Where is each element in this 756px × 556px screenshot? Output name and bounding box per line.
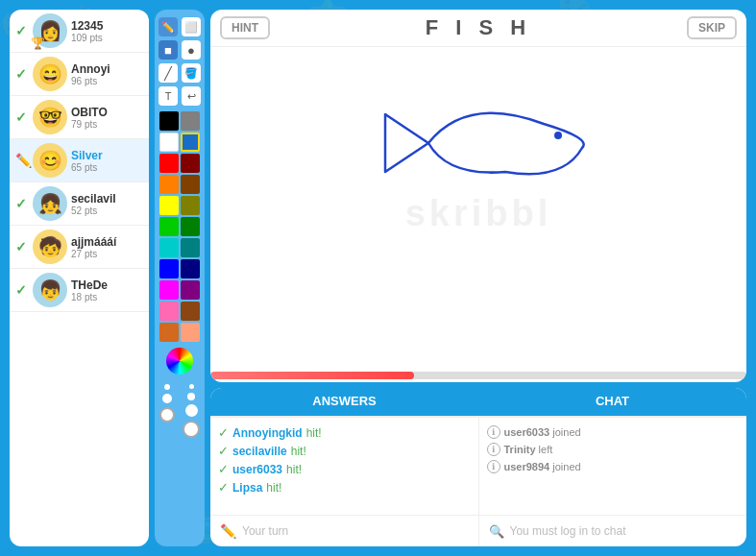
color-white[interactable]	[159, 133, 179, 152]
avatar-7: 👦	[33, 273, 67, 307]
player-pts-4: 65 pts	[71, 162, 143, 173]
chat-text-0: user6033 joined	[504, 426, 581, 438]
player-pts-1: 109 pts	[71, 33, 143, 43]
tab-answers[interactable]: ANSWERS	[210, 388, 478, 416]
check-icon-6: ✓	[15, 239, 29, 254]
skip-button[interactable]: SKIP	[687, 16, 737, 39]
bottom-content: ✓ Annoyingkid hit! ✓ secilaville hit! ✓ …	[210, 418, 746, 515]
answer-input-area[interactable]: ✏️ Your turn	[210, 516, 479, 546]
avatar-6: 🧒	[33, 230, 67, 264]
color-green[interactable]	[181, 217, 200, 236]
color-red[interactable]	[159, 154, 179, 173]
canvas-drawing-area[interactable]: skribbl	[210, 47, 746, 379]
color-teal[interactable]	[181, 238, 200, 257]
avatar-1: 👩 🏆	[33, 13, 67, 48]
answer-text-1: hit!	[291, 445, 306, 458]
dot-md	[162, 394, 172, 403]
color-pink[interactable]	[159, 302, 179, 321]
canvas-header: HINT F I S H SKIP	[210, 10, 746, 47]
tool-row-shapes: ■ ●	[159, 40, 201, 60]
answer-item-1: ✓ secilaville hit!	[218, 442, 471, 460]
dot-l	[185, 404, 198, 417]
answer-placeholder: Your turn	[242, 524, 288, 538]
player-item-4: ✏️ 😊 Silver 65 pts	[10, 139, 149, 182]
answer-check-1: ✓	[218, 444, 229, 458]
eraser-tool[interactable]: ⬜	[182, 17, 201, 36]
player-name-3: OBITO	[71, 106, 143, 119]
color-purple[interactable]	[181, 280, 200, 300]
color-silver[interactable]	[181, 133, 200, 152]
rainbow-color-button[interactable]	[166, 348, 193, 375]
chat-text-1: Trinity left	[504, 444, 553, 455]
player-pts-6: 27 pts	[71, 249, 143, 259]
silvergames-watermark: silvergames.com	[631, 527, 741, 543]
hint-button[interactable]: HINT	[220, 16, 270, 39]
avatar-4: 😊	[33, 143, 67, 178]
undo-tool[interactable]: ↩	[182, 86, 201, 106]
fill-tool[interactable]: 🪣	[182, 63, 201, 83]
answer-check-3: ✓	[218, 480, 229, 495]
color-lime[interactable]	[159, 217, 179, 236]
player-info-2: Annoyi 96 pts	[71, 62, 143, 86]
right-panel: HINT F I S H SKIP skribbl	[210, 10, 746, 546]
player-info-1: 12345 109 pts	[71, 19, 143, 43]
size-sliders	[159, 384, 200, 438]
tool-row-text: T ↩	[159, 86, 201, 106]
check-icon-2: ✓	[15, 66, 29, 82]
main-container: ✓ 👩 🏆 12345 109 pts ✓ 😄 Annoyi 96 pts ✓	[10, 10, 746, 546]
check-icon-1: ✓	[15, 23, 29, 38]
players-panel: ✓ 👩 🏆 12345 109 pts ✓ 😄 Annoyi 96 pts ✓	[10, 10, 149, 546]
dot-xl	[183, 421, 200, 438]
color-chocolate[interactable]	[159, 323, 179, 342]
color-palette	[159, 111, 200, 342]
player-info-7: THeDe 18 pts	[71, 278, 143, 302]
player-item-3: ✓ 🤓 OBITO 79 pts	[10, 96, 149, 139]
color-navy[interactable]	[181, 259, 200, 278]
player-name-4: Silver	[71, 149, 143, 162]
color-salmon[interactable]	[181, 323, 200, 342]
bottom-panel: ANSWERS CHAT ✓ Annoyingkid hit! ✓ secila…	[210, 388, 746, 546]
tab-chat[interactable]: CHAT	[478, 388, 746, 416]
pencil-tool[interactable]: ✏️	[159, 17, 178, 36]
color-olive[interactable]	[181, 196, 200, 215]
svg-point-12	[554, 132, 562, 139]
player-item-5: ✓ 👧 secilavil 52 pts	[10, 182, 149, 226]
color-blue[interactable]	[159, 259, 179, 278]
color-yellow[interactable]	[159, 196, 179, 215]
answer-check-2: ✓	[218, 462, 229, 476]
color-saddlebrown[interactable]	[181, 302, 200, 321]
answer-name-3: Lipsa	[232, 481, 262, 495]
player-info-5: secilavil 52 pts	[71, 192, 143, 216]
dot-lg	[159, 407, 175, 423]
answer-name-2: user6033	[232, 463, 282, 476]
player-item-1: ✓ 👩 🏆 12345 109 pts	[10, 10, 149, 53]
dot-sm	[164, 384, 170, 390]
circle-tool[interactable]: ●	[182, 40, 201, 60]
progress-bar-container	[210, 372, 746, 379]
player-name-6: ajjmáááí	[71, 235, 143, 249]
chat-item-2: ℹ user9894 joined	[487, 458, 740, 475]
brush-size-slider-1[interactable]	[159, 384, 175, 438]
avatar-5: 👧	[33, 186, 67, 221]
color-cyan[interactable]	[159, 238, 179, 257]
info-icon-0: ℹ	[487, 425, 500, 439]
color-orange[interactable]	[159, 175, 179, 194]
color-magenta[interactable]	[159, 280, 179, 300]
color-gray[interactable]	[181, 111, 200, 131]
rect-tool[interactable]: ■	[159, 40, 178, 60]
avatar-3: 🤓	[33, 100, 67, 134]
brush-size-slider-2[interactable]	[183, 384, 200, 438]
color-darkred[interactable]	[181, 154, 200, 173]
player-name-1: 12345	[71, 19, 143, 33]
text-tool[interactable]: T	[159, 86, 178, 106]
tabs-row: ANSWERS CHAT	[210, 388, 746, 418]
color-brown[interactable]	[181, 175, 200, 194]
player-info-3: OBITO 79 pts	[71, 106, 143, 130]
player-pts-5: 52 pts	[71, 205, 143, 216]
dot-xs	[189, 384, 194, 389]
color-black[interactable]	[159, 111, 179, 131]
answer-item-3: ✓ Lipsa hit!	[218, 478, 471, 496]
line-tool[interactable]: ╱	[159, 63, 178, 83]
chat-placeholder: You must log in to chat	[510, 524, 626, 538]
pencil-icon-4: ✏️	[15, 153, 29, 168]
